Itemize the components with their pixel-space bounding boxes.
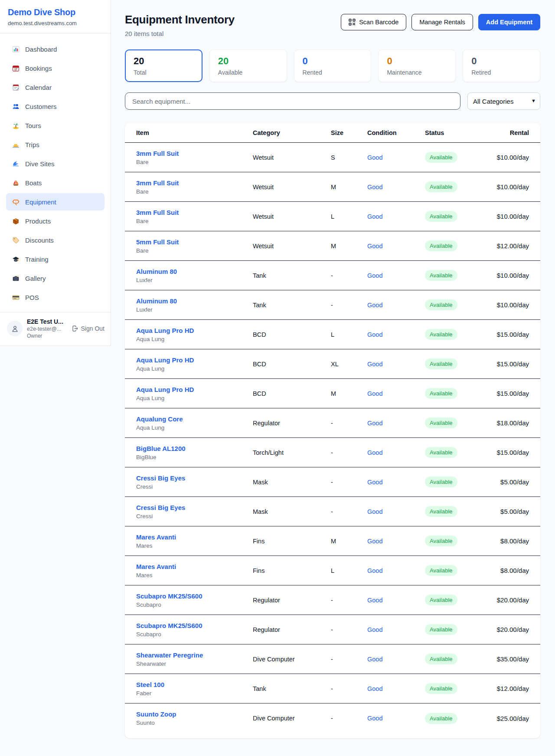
item-name-link[interactable]: 3mm Full Suit bbox=[136, 209, 253, 216]
condition-link[interactable]: Good bbox=[367, 449, 425, 456]
dive-sites-wave-icon bbox=[12, 160, 20, 168]
manage-rentals-button[interactable]: Manage Rentals bbox=[411, 14, 473, 30]
table-row: 3mm Full SuitBareWetsuitSGoodAvailable$1… bbox=[125, 143, 540, 172]
sidebar-item-training[interactable]: Training bbox=[6, 250, 104, 268]
sidebar-item-boats[interactable]: Boats bbox=[6, 174, 104, 191]
sidebar-item-discounts[interactable]: Discounts bbox=[6, 231, 104, 249]
dashboard-chart-icon bbox=[12, 46, 20, 53]
stat-card-retired[interactable]: 0Retired bbox=[463, 49, 540, 82]
condition-link[interactable]: Good bbox=[367, 243, 425, 250]
size-cell: - bbox=[331, 508, 367, 515]
size-cell: - bbox=[331, 420, 367, 427]
table-row: Aqua Lung Pro HDAqua LungBCDMGoodAvailab… bbox=[125, 379, 540, 408]
item-cell: Aluminum 80Luxfer bbox=[136, 297, 253, 313]
item-cell: Cressi Big EyesCressi bbox=[136, 504, 253, 519]
item-name-link[interactable]: Cressi Big Eyes bbox=[136, 474, 253, 482]
rental-price-cell: $15.00/day bbox=[488, 390, 529, 397]
table-row: Scubapro MK25/S600ScubaproRegulator-Good… bbox=[125, 585, 540, 615]
item-name-link[interactable]: Scubapro MK25/S600 bbox=[136, 592, 253, 600]
item-name-link[interactable]: Aqua Lung Pro HD bbox=[136, 356, 253, 364]
item-name-link[interactable]: 3mm Full Suit bbox=[136, 150, 253, 157]
item-name-link[interactable]: Aluminum 80 bbox=[136, 297, 253, 305]
item-name-link[interactable]: Shearwater Peregrine bbox=[136, 651, 253, 659]
status-cell: Available bbox=[425, 358, 488, 369]
sidebar-item-pos[interactable]: POS bbox=[6, 289, 104, 306]
sidebar-item-dashboard[interactable]: Dashboard bbox=[6, 40, 104, 58]
sign-out-button[interactable]: Sign Out bbox=[72, 325, 104, 332]
size-cell: M bbox=[331, 538, 367, 545]
sidebar-item-trips[interactable]: Trips bbox=[6, 136, 104, 153]
sidebar-item-calendar[interactable]: Calendar bbox=[6, 79, 104, 96]
discounts-tag-icon bbox=[12, 237, 20, 244]
item-name-link[interactable]: Aluminum 80 bbox=[136, 268, 253, 275]
status-cell: Available bbox=[425, 299, 488, 310]
condition-link[interactable]: Good bbox=[367, 213, 425, 220]
stat-card-available[interactable]: 20Available bbox=[209, 49, 287, 82]
item-name-link[interactable]: 5mm Full Suit bbox=[136, 238, 253, 246]
condition-link[interactable]: Good bbox=[367, 390, 425, 397]
stat-card-rented[interactable]: 0Rented bbox=[294, 49, 372, 82]
item-name-link[interactable]: Aqua Lung Pro HD bbox=[136, 327, 253, 334]
condition-link[interactable]: Good bbox=[367, 715, 425, 722]
sidebar-item-tours[interactable]: Tours bbox=[6, 117, 104, 134]
rental-price-cell: $8.00/day bbox=[488, 567, 529, 574]
sidebar-item-label: Dive Sites bbox=[25, 160, 55, 168]
size-cell: L bbox=[331, 567, 367, 574]
stat-card-maintenance[interactable]: 0Maintenance bbox=[378, 49, 456, 82]
item-name-link[interactable]: Aqualung Core bbox=[136, 415, 253, 423]
item-brand: Luxfer bbox=[136, 277, 253, 283]
category-cell: Wetsuit bbox=[253, 213, 331, 220]
sidebar-item-bookings[interactable]: 17Bookings bbox=[6, 59, 104, 77]
category-cell: BCD bbox=[253, 390, 331, 397]
status-badge: Available bbox=[425, 211, 457, 222]
status-cell: Available bbox=[425, 240, 488, 251]
item-name-link[interactable]: Mares Avanti bbox=[136, 563, 253, 570]
item-name-link[interactable]: Aqua Lung Pro HD bbox=[136, 386, 253, 393]
sidebar-item-dive-sites[interactable]: Dive Sites bbox=[6, 155, 104, 172]
item-name-link[interactable]: 3mm Full Suit bbox=[136, 179, 253, 187]
condition-link[interactable]: Good bbox=[367, 626, 425, 633]
stat-card-total[interactable]: 20Total bbox=[125, 49, 202, 82]
condition-link[interactable]: Good bbox=[367, 479, 425, 486]
condition-link[interactable]: Good bbox=[367, 272, 425, 279]
item-name-link[interactable]: BigBlue AL1200 bbox=[136, 445, 253, 452]
condition-link[interactable]: Good bbox=[367, 685, 425, 692]
item-brand: Cressi bbox=[136, 513, 253, 519]
table-row: Cressi Big EyesCressiMask-GoodAvailable$… bbox=[125, 497, 540, 526]
stat-label: Retired bbox=[471, 69, 532, 76]
sidebar-item-gallery[interactable]: Gallery bbox=[6, 270, 104, 287]
condition-link[interactable]: Good bbox=[367, 420, 425, 427]
sidebar-item-products[interactable]: Products bbox=[6, 212, 104, 230]
search-input[interactable] bbox=[125, 92, 460, 110]
condition-link[interactable]: Good bbox=[367, 184, 425, 191]
category-select[interactable]: All Categories bbox=[467, 92, 540, 110]
add-equipment-button[interactable]: Add Equipment bbox=[478, 14, 540, 30]
bookings-calendar-icon: 17 bbox=[12, 65, 20, 72]
rental-price-cell: $5.00/day bbox=[488, 508, 529, 515]
rental-price-cell: $10.00/day bbox=[488, 301, 529, 309]
condition-link[interactable]: Good bbox=[367, 597, 425, 604]
sidebar-item-customers[interactable]: Customers bbox=[6, 98, 104, 115]
item-name-link[interactable]: Cressi Big Eyes bbox=[136, 504, 253, 511]
item-name-link[interactable]: Steel 100 bbox=[136, 681, 253, 688]
condition-link[interactable]: Good bbox=[367, 154, 425, 161]
condition-link[interactable]: Good bbox=[367, 302, 425, 309]
condition-link[interactable]: Good bbox=[367, 508, 425, 515]
condition-link[interactable]: Good bbox=[367, 361, 425, 368]
sidebar-item-equipment[interactable]: Equipment bbox=[6, 193, 104, 210]
condition-link[interactable]: Good bbox=[367, 538, 425, 545]
brand-name[interactable]: Demo Dive Shop bbox=[8, 7, 103, 17]
item-name-link[interactable]: Mares Avanti bbox=[136, 533, 253, 541]
item-name-link[interactable]: Suunto Zoop bbox=[136, 710, 253, 718]
item-brand: Scubapro bbox=[136, 631, 253, 638]
condition-link[interactable]: Good bbox=[367, 656, 425, 663]
table-row: Mares AvantiMaresFinsMGoodAvailable$8.00… bbox=[125, 526, 540, 556]
item-name-link[interactable]: Scubapro MK25/S600 bbox=[136, 622, 253, 629]
condition-link[interactable]: Good bbox=[367, 567, 425, 574]
item-brand: Luxfer bbox=[136, 306, 253, 313]
condition-link[interactable]: Good bbox=[367, 331, 425, 338]
scan-barcode-button[interactable]: Scan Barcode bbox=[341, 14, 406, 30]
rental-price-cell: $10.00/day bbox=[488, 213, 529, 220]
rental-price-cell: $8.00/day bbox=[488, 537, 529, 545]
category-cell: Regulator bbox=[253, 626, 331, 633]
